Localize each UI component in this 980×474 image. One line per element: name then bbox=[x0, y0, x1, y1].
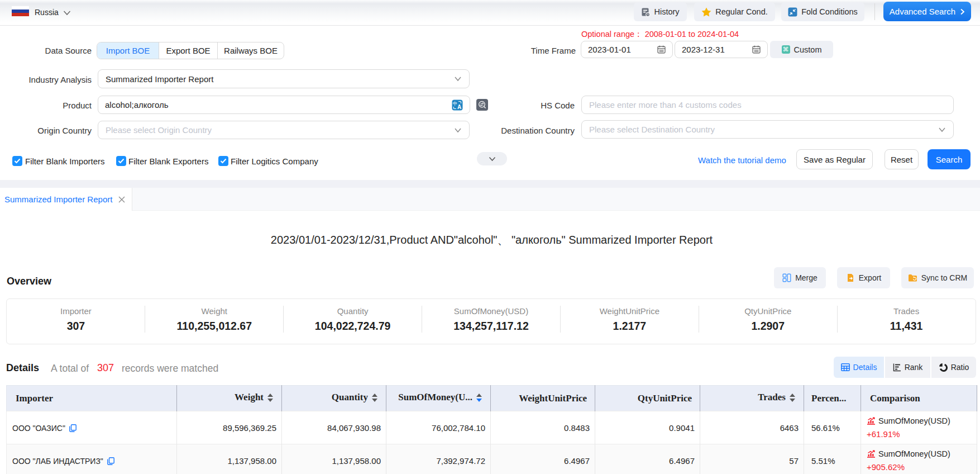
svg-text:A: A bbox=[457, 104, 461, 110]
